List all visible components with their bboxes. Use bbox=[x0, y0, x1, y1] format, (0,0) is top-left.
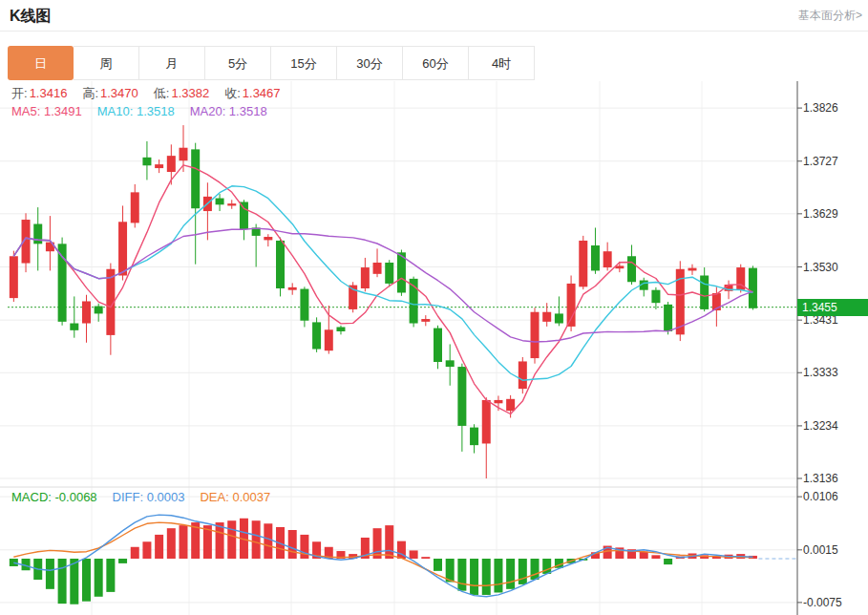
price-axis-tick: 1.3136 bbox=[803, 471, 838, 486]
close-label: 收: bbox=[224, 85, 241, 102]
low-label: 低: bbox=[154, 85, 170, 102]
legend-diff: DIFF: 0.0003 bbox=[113, 489, 185, 506]
ma-legend: MA5: 1.3491MA10: 1.3518MA20: 1.3518 bbox=[11, 103, 283, 120]
high-value: 1.3470 bbox=[100, 85, 138, 102]
ohlc-low: 低: 1.3382 bbox=[154, 85, 209, 102]
macd-axis-tick: 0.0106 bbox=[803, 489, 838, 504]
open-value: 1.3416 bbox=[30, 85, 68, 102]
open-label: 开: bbox=[11, 85, 28, 102]
close-value: 1.3467 bbox=[243, 85, 281, 102]
legend-ma5: MA5: 1.3491 bbox=[11, 103, 82, 120]
kline-widget: K线图 基本面分析> 日周月5分15分30分60分4时 开: 1.3416 高:… bbox=[0, 0, 868, 615]
price-axis-tick: 1.3629 bbox=[803, 206, 838, 222]
ohlc-high: 高: 1.3470 bbox=[82, 85, 138, 102]
ohlc-open: 开: 1.3416 bbox=[11, 85, 67, 102]
price-axis-tick: 1.3727 bbox=[803, 154, 838, 169]
price-axis-tick: 1.3826 bbox=[803, 100, 838, 116]
low-value: 1.3382 bbox=[171, 85, 209, 102]
ohlc-legend: 开: 1.3416 高: 1.3470 低: 1.3382 收: 1.3467 bbox=[11, 85, 296, 102]
legend-macd: MACD: -0.0068 bbox=[11, 489, 97, 506]
high-label: 高: bbox=[82, 85, 98, 102]
macd-axis-tick: 0.0015 bbox=[803, 542, 838, 558]
legend-dea: DEA: 0.0037 bbox=[200, 489, 270, 506]
price-axis-tick: 1.3333 bbox=[803, 365, 838, 380]
price-badge: 1.3455 bbox=[797, 299, 868, 316]
legend-ma10: MA10: 1.3518 bbox=[97, 103, 175, 120]
price-axis-tick: 1.3530 bbox=[803, 260, 838, 275]
legend-ma20: MA20: 1.3518 bbox=[190, 103, 267, 120]
price-axis-tick: 1.3234 bbox=[803, 418, 838, 434]
macd-legend: MACD: -0.0068DIFF: 0.0003DEA: 0.0037 bbox=[11, 489, 286, 506]
ohlc-close: 收: 1.3467 bbox=[224, 85, 280, 102]
macd-axis-tick: -0.0075 bbox=[803, 595, 842, 610]
